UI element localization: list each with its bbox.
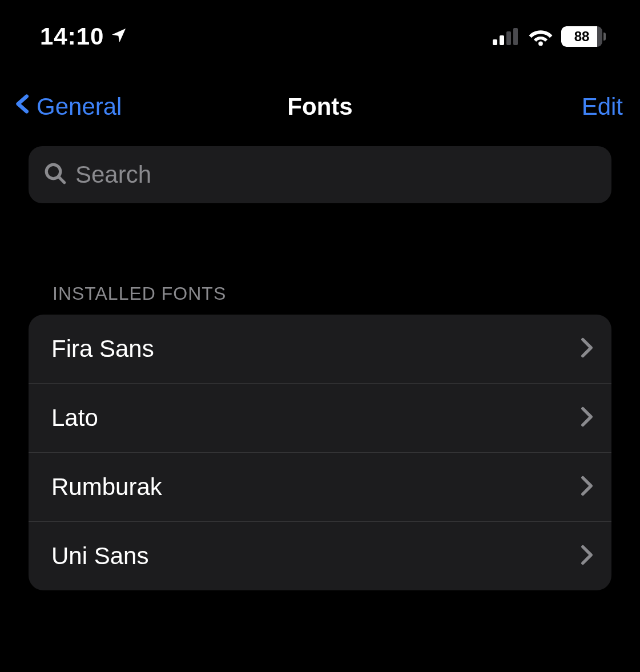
svg-rect-0 <box>493 39 497 45</box>
svg-line-6 <box>58 176 65 183</box>
wifi-icon <box>528 27 553 46</box>
navigation-bar: General Fonts Edit <box>0 62 640 140</box>
cellular-signal-icon <box>493 28 520 45</box>
list-item[interactable]: Uni Sans <box>29 521 611 590</box>
page-title: Fonts <box>287 93 352 120</box>
location-icon <box>110 26 128 47</box>
chevron-left-icon <box>11 90 34 123</box>
back-button[interactable]: General <box>11 90 122 123</box>
svg-rect-2 <box>506 31 511 45</box>
installed-fonts-section: INSTALLED FONTS Fira Sans Lato Rumburak … <box>0 220 640 590</box>
svg-rect-1 <box>500 35 504 45</box>
status-right: 88 <box>493 26 606 47</box>
list-item[interactable]: Lato <box>29 383 611 452</box>
font-name: Rumburak <box>51 473 162 501</box>
edit-button[interactable]: Edit <box>582 93 623 120</box>
svg-point-4 <box>538 42 543 46</box>
status-time: 14:10 <box>40 23 104 50</box>
chevron-right-icon <box>581 337 593 360</box>
back-label: General <box>37 93 122 120</box>
status-bar: 14:10 88 <box>0 0 640 62</box>
chevron-right-icon <box>581 407 593 429</box>
list-item[interactable]: Rumburak <box>29 452 611 521</box>
battery-indicator: 88 <box>561 26 606 47</box>
section-header: INSTALLED FONTS <box>29 283 611 315</box>
list-item[interactable]: Fira Sans <box>29 315 611 383</box>
font-list: Fira Sans Lato Rumburak Uni Sans <box>29 315 611 590</box>
svg-rect-3 <box>513 28 518 45</box>
search-input[interactable] <box>75 161 597 188</box>
chevron-right-icon <box>581 476 593 498</box>
font-name: Lato <box>51 404 98 432</box>
chevron-right-icon <box>581 545 593 568</box>
search-icon <box>43 162 67 188</box>
font-name: Fira Sans <box>51 335 154 363</box>
font-name: Uni Sans <box>51 542 148 570</box>
search-field[interactable] <box>29 146 611 203</box>
battery-level: 88 <box>574 29 590 45</box>
status-left: 14:10 <box>40 23 128 50</box>
